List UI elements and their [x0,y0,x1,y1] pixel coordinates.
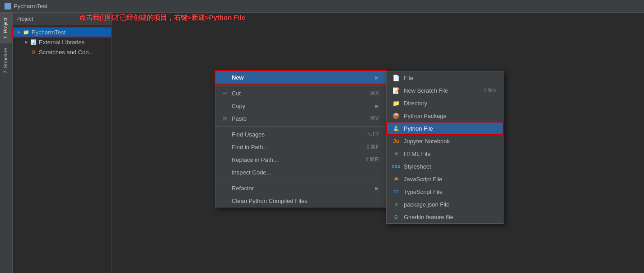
annotation-text: 点击我们刚才已经创建的项目，右键>新建>Python File [79,14,245,22]
app-icon [5,3,11,9]
ctx-separator-2 [215,126,386,127]
ctx-item-find-path[interactable]: Find in Path... ⇧⌘F [215,141,386,153]
sub-item-scratch[interactable]: 📝 New Scratch File ⇧⌘N [387,84,503,97]
sub-label-js: JavaScript File [404,176,496,183]
ctx-label-find-path: Find in Path... [232,144,366,151]
sub-label-python: Python File [404,125,496,132]
tree-item-label: External Libraries [39,39,84,46]
sub-item-directory[interactable]: 📁 Directory [387,97,503,109]
tree-arrow: ▶ [16,29,22,35]
sub-label-json: package.json File [404,201,496,208]
sub-label-gherkin: Gherkin feature file [404,214,496,221]
sub-item-file[interactable]: 📄 File [387,71,503,84]
tree-item-label: PycharmTest [32,29,65,36]
css-icon: CSS [392,162,400,170]
ctx-label-paste: Paste [232,115,370,122]
new-icon [221,73,229,81]
ctx-separator-1 [215,85,386,85]
sub-item-js[interactable]: JS JavaScript File [387,173,503,185]
tab-structure[interactable]: 2: Structure [0,43,12,78]
ctx-item-cut[interactable]: ✂ Cut ⌘X [215,87,386,99]
sub-item-json[interactable]: ⚙ package.json File [387,198,503,211]
sub-item-python-package[interactable]: 📦 Python Package [387,109,503,122]
ctx-shortcut-find-path: ⇧⌘F [366,144,379,150]
ctx-shortcut-replace-path: ⇧⌘R [365,156,379,163]
scratch-icon: ⚙ [30,48,37,56]
ext-icon: 📊 [30,38,37,46]
ctx-arrow-refactor: ▶ [375,186,379,191]
sub-label-ts: TypeScript File [404,188,496,195]
ctx-item-replace-path[interactable]: Replace in Path... ⇧⌘R [215,153,386,166]
ctx-label-cut: Cut [232,90,370,97]
submenu: 📄 File 📝 New Scratch File ⇧⌘N 📁 Director… [386,71,504,224]
folder-icon: 📁 [23,28,30,36]
project-panel: Project ▶ 📁 PycharmTest ▶ 📊 External Lib… [13,13,112,273]
sub-item-ts[interactable]: TS TypeScript File [387,185,503,198]
paste-icon: ⎘ [221,114,229,122]
cut-icon: ✂ [221,89,229,97]
sub-label-html: HTML File [404,151,496,157]
dir-icon: 📁 [392,99,400,107]
html-icon: H [392,150,400,158]
ctx-arrow-copy: ▶ [375,104,379,108]
sub-item-python-file[interactable]: 🐍 Python File [387,122,503,135]
json-icon: ⚙ [392,200,400,208]
context-menu: New ▶ 📄 File 📝 New Scratch File ⇧⌘N [215,71,387,207]
window-title: PycharmTest [14,3,47,9]
sub-item-gherkin[interactable]: G Gherkin feature file [387,211,503,223]
refactor-icon [221,184,229,192]
sub-item-jupyter[interactable]: Ju Jupyter Notebook [387,135,503,147]
find-usages-icon [221,130,229,138]
sub-label-pkg: Python Package [404,113,496,119]
clean-icon [221,197,229,205]
ctx-arrow-new: ▶ [375,75,379,80]
ctx-label-copy: Copy [232,103,372,109]
scratch-new-icon: 📝 [392,86,400,94]
sub-label-scratch: New Scratch File [404,87,483,94]
file-icon: 📄 [392,74,400,82]
sub-label-file: File [404,75,496,81]
find-path-icon [221,143,229,151]
sub-item-css[interactable]: CSS Stylesheet [387,160,503,173]
tree-item-pycharmtest[interactable]: ▶ 📁 PycharmTest [13,27,112,37]
ctx-item-paste[interactable]: ⎘ Paste ⌘V [215,112,386,125]
js-icon: JS [392,175,400,183]
sub-label-css: Stylesheet [404,163,496,170]
tree-item-label: Scratches and Con... [39,49,93,56]
ctx-item-find-usages[interactable]: Find Usages ⌥F7 [215,128,386,141]
jupyter-icon: Ju [392,137,400,145]
ctx-label-inspect: Inspect Code... [232,169,379,176]
pkg-icon: 📦 [392,112,400,120]
ctx-shortcut-paste: ⌘V [370,115,379,122]
copy-icon [221,102,229,110]
ctx-label-refactor: Refactor [232,185,372,192]
sub-shortcut-scratch: ⇧⌘N [483,88,496,94]
sub-item-html[interactable]: H HTML File [387,147,503,160]
gherkin-icon: G [392,213,400,221]
replace-path-icon [221,155,229,164]
ctx-shortcut-cut: ⌘X [370,90,379,96]
ctx-item-copy[interactable]: Copy ▶ [215,99,386,112]
sub-label-dir: Directory [404,100,496,107]
ctx-shortcut-find-usages: ⌥F7 [366,131,379,137]
inspect-icon [221,168,229,176]
title-bar: PycharmTest [0,0,644,13]
ctx-item-refactor[interactable]: Refactor ▶ [215,182,386,194]
tree-arrow-ext: ▶ [23,39,29,45]
ctx-item-new[interactable]: New ▶ 📄 File 📝 New Scratch File ⇧⌘N [215,71,386,84]
sub-label-jupyter: Jupyter Notebook [404,138,496,145]
ctx-label-find-usages: Find Usages [232,131,366,138]
ctx-label-new: New [232,74,372,81]
tree-item-external[interactable]: ▶ 📊 External Libraries [13,37,112,47]
ctx-item-inspect[interactable]: Inspect Code... [215,166,386,179]
main-layout: 1: Project 2: Structure Project ▶ 📁 Pych… [0,13,644,273]
ts-icon: TS [392,188,400,196]
ctx-label-clean: Clean Python Compiled Files [232,198,379,204]
ctx-label-replace-path: Replace in Path... [232,156,365,163]
tab-project[interactable]: 1: Project [0,13,12,43]
python-file-icon: 🐍 [392,124,400,132]
ctx-separator-3 [215,180,386,180]
tree-item-scratches[interactable]: ▶ ⚙ Scratches and Con... [13,47,112,57]
sidebar-tabs: 1: Project 2: Structure [0,13,13,273]
ctx-item-clean[interactable]: Clean Python Compiled Files [215,194,386,207]
